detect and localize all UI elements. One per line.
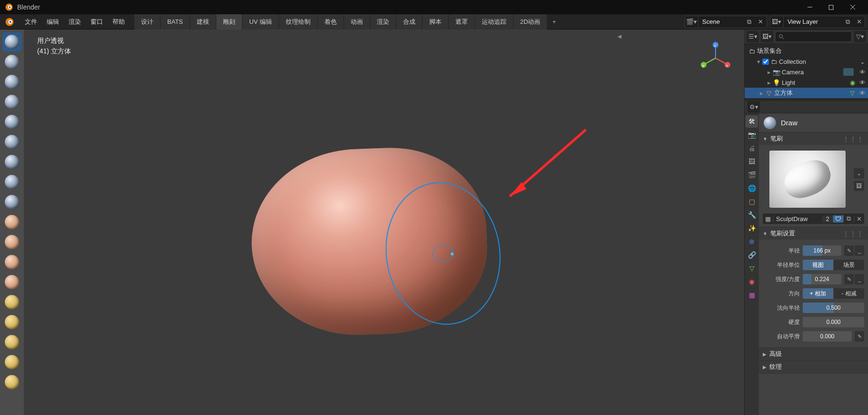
tab-bats[interactable]: BATS [161,14,190,30]
tool-draw-sharp[interactable] [2,52,21,71]
autosmooth-field[interactable]: 0.000 [803,331,852,342]
3d-viewport[interactable]: 用户透视 (41) 立方体 x y z ◀ [24,30,744,415]
outliner-display-mode-icon[interactable]: 🖼▾ [761,31,773,42]
tool-clay[interactable] [2,72,21,91]
chevron-icon[interactable]: ⌄ [857,58,868,65]
strength-unified-icon[interactable]: ⎯ [855,274,864,284]
panel-brush-header[interactable]: ▼ 笔刷 ⋮⋮⋮ [759,132,868,145]
tool-pinch[interactable] [2,313,21,332]
tab-compositing[interactable]: 合成 [396,14,423,30]
prop-tab-world[interactable]: 🌐 [746,182,758,194]
tool-draw[interactable] [2,32,21,51]
outliner-scene-collection[interactable]: 🗀 场景集合 [745,46,868,56]
prop-tab-output[interactable]: 🖨 [746,142,758,154]
disclosure-icon[interactable]: ▸ [766,69,772,76]
visibility-eye-icon[interactable]: 👁 [857,69,868,76]
prop-tab-render[interactable]: 📷 [746,129,758,141]
tool-layer[interactable] [2,132,21,152]
tab-scripting[interactable]: 脚本 [423,14,449,30]
scene-browse-icon[interactable]: 🎬▾ [685,16,698,28]
brush-users-count[interactable]: 2 [822,215,833,223]
tool-clay-thumb[interactable] [2,112,21,132]
tool-smooth[interactable] [2,213,21,232]
tool-blob[interactable] [2,172,21,192]
scene-new-button[interactable]: ⧉ [744,16,755,28]
tab-texpaint[interactable]: 纹理绘制 [279,14,318,30]
radius-unified-icon[interactable]: ⎯ [855,245,864,256]
normal-radius-field[interactable]: 0.500 [803,303,864,313]
brush-unlink-icon[interactable]: ✕ [854,215,864,223]
outliner-search-input[interactable] [775,31,852,42]
panel-options-icon[interactable]: ⋮⋮⋮ [843,230,864,237]
viewlayer-browse-icon[interactable]: 🖼▾ [770,16,784,28]
menu-window[interactable]: 窗口 [86,14,108,30]
tool-elastic[interactable] [2,353,21,372]
window-close-button[interactable] [842,0,863,14]
prop-tab-constraint[interactable]: 🔗 [746,249,758,261]
panel-texture-header[interactable]: ▶ 纹理 [759,361,868,373]
scene-del-button[interactable]: ✕ [755,16,767,28]
properties-editor-type-icon[interactable]: ⚙▾ [747,101,760,112]
tab-tracking[interactable]: 运动追踪 [475,14,514,30]
radius-unit-scene[interactable]: 场景 [834,260,864,270]
prop-tab-particle[interactable]: ✨ [746,222,758,234]
prop-tab-viewlayer[interactable]: 🖼 [746,155,758,168]
disclosure-icon[interactable]: ▾ [755,58,762,65]
tab-uv[interactable]: UV 编辑 [242,14,279,30]
disclosure-icon[interactable]: ▸ [758,90,765,97]
strength-pressure-icon[interactable]: ✎ [844,274,854,284]
menu-file[interactable]: 文件 [20,14,42,30]
tool-clay-strips[interactable] [2,92,21,111]
region-collapse-handle[interactable]: ◀ [617,33,621,40]
prop-tab-material[interactable]: ◉ [746,275,758,288]
viewlayer-del-button[interactable]: ✕ [853,16,865,28]
prop-tab-physics[interactable]: ⊚ [746,235,758,248]
brush-preview-image-icon[interactable]: 🖼 [854,181,864,191]
prop-tab-modifier[interactable]: 🔧 [746,209,758,221]
brush-name-field[interactable]: SculptDraw [773,215,822,223]
tool-snake-hook[interactable] [2,373,21,392]
tab-shading[interactable]: 着色 [318,14,344,30]
tool-grab[interactable] [2,333,21,352]
menu-help[interactable]: 帮助 [108,14,130,30]
scene-selector[interactable]: 🎬▾ Scene ⧉ ✕ [685,16,767,28]
brush-duplicate-icon[interactable]: ⧉ [843,215,854,223]
disclosure-icon[interactable]: ▸ [766,79,772,86]
radius-unit-view[interactable]: 视图 [803,260,834,270]
hardness-field[interactable]: 0.000 [803,317,864,327]
tab-sculpting[interactable]: 雕刻 [216,14,242,30]
tool-flatten[interactable] [2,233,21,252]
prop-tab-texture[interactable]: ▦ [746,289,758,301]
tab-mask[interactable]: 遮罩 [449,14,475,30]
window-minimize-button[interactable] [799,0,820,14]
app-logo-icon[interactable] [4,16,15,28]
visibility-eye-icon[interactable]: 👁 [857,90,868,97]
brush-browse-icon[interactable]: ▦ [763,215,773,223]
collection-enable-checkbox[interactable] [762,59,769,65]
window-maximize-button[interactable] [820,0,842,14]
tab-anim[interactable]: 动画 [344,14,370,30]
tool-inflate[interactable] [2,152,21,172]
viewlayer-selector[interactable]: 🖼▾ View Layer ⧉ ✕ [770,16,865,28]
radius-field[interactable]: 166 px [803,245,841,256]
visibility-eye-icon[interactable]: 👁 [857,79,868,86]
direction-add[interactable]: + 相加 [803,288,834,299]
viewlayer-name[interactable]: View Layer [784,18,842,25]
outliner-collection[interactable]: ▾ 🗀 Collection ⌄ [745,56,868,67]
tab-2danim[interactable]: 2D动画 [514,14,548,30]
panel-brush-settings-header[interactable]: ▼ 笔刷设置 ⋮⋮⋮ [759,227,868,240]
tool-scrape[interactable] [2,273,21,292]
tab-layout[interactable]: 设计 [134,14,161,30]
autosmooth-pressure-icon[interactable]: ✎ [855,331,864,342]
add-workspace-button[interactable]: + [547,14,561,30]
brush-preview[interactable] [769,151,846,208]
direction-sub[interactable]: - 相减 [834,288,864,299]
prop-tab-object[interactable]: ▢ [746,195,758,208]
outliner-filter-icon[interactable]: ▽▾ [854,31,866,42]
panel-options-icon[interactable]: ⋮⋮⋮ [843,135,864,142]
outliner-camera[interactable]: ▸ 📷 Camera 👁 [745,67,868,77]
tab-rendering[interactable]: 渲染 [370,14,396,30]
menu-edit[interactable]: 编辑 [42,14,64,30]
scene-name[interactable]: Scene [698,18,744,25]
tool-multiplane[interactable] [2,293,21,312]
